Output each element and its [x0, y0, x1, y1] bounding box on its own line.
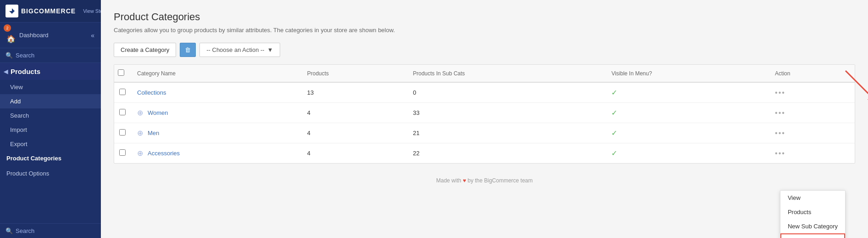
- row-checkbox[interactable]: [119, 149, 126, 156]
- sidebar-header: BIGCOMMERCE View Store ↗: [0, 0, 101, 23]
- action-dots-button[interactable]: •••: [775, 109, 785, 117]
- sidebar-item-search[interactable]: Search: [0, 108, 101, 123]
- categories-table: Category Name Products Products In Sub C…: [114, 65, 855, 163]
- action-dots-button[interactable]: •••: [775, 149, 785, 157]
- svg-marker-1: [9, 8, 12, 11]
- check-icon: ✓: [611, 129, 617, 137]
- products-section-header[interactable]: ◀ Products: [0, 63, 101, 80]
- products-items: View Add Search Import Export Product Ca…: [0, 80, 101, 181]
- table-row: ⊕ Accessories 4 22 ✓ •••: [114, 143, 855, 164]
- footer-text-before: Made with: [436, 177, 463, 184]
- trash-icon: 🗑: [185, 46, 191, 53]
- action-dots-button[interactable]: •••: [775, 89, 785, 96]
- logo-icon: [6, 5, 18, 17]
- products-count-cell: 4: [301, 103, 407, 123]
- sidebar-dashboard[interactable]: 2 🏠 Dashboard «: [0, 23, 101, 48]
- header-action: Action: [768, 65, 855, 82]
- visible-cell: ✓: [605, 123, 768, 143]
- category-link[interactable]: Men: [148, 130, 159, 136]
- sidebar-item-product-categories[interactable]: Product Categories: [0, 151, 101, 165]
- header-checkbox-col: [114, 65, 131, 82]
- search-label-bottom: Search: [16, 227, 34, 234]
- row-checkbox-cell: [114, 103, 131, 123]
- row-checkbox[interactable]: [119, 89, 126, 95]
- header-products-in-sub-cats: Products In Sub Cats: [406, 65, 605, 82]
- footer-text-after: by the BigCommerce team: [468, 177, 533, 184]
- action-cell: •••: [768, 143, 855, 164]
- action-dots-button[interactable]: •••: [775, 129, 785, 137]
- sidebar-search-bottom[interactable]: 🔍 Search: [0, 223, 101, 238]
- cat-name-inner: ⊕ Men: [137, 129, 294, 137]
- logo-text: BIGCOMMERCE: [21, 7, 76, 15]
- header-category-name: Category Name: [131, 65, 301, 82]
- check-icon: ✓: [611, 109, 617, 117]
- category-name-cell: Collections: [131, 82, 301, 103]
- table-row: ⊕ Women 4 33 ✓ ••• View Product: [114, 103, 855, 123]
- row-checkbox[interactable]: [119, 109, 126, 115]
- sidebar: BIGCOMMERCE View Store ↗ 2 🏠 Dashboard «…: [0, 0, 101, 238]
- dropdown-item-products[interactable]: Products: [780, 205, 845, 219]
- search-icon-bottom: 🔍: [6, 227, 13, 234]
- action-cell: •••: [768, 82, 855, 103]
- check-icon: ✓: [611, 89, 617, 96]
- delete-button[interactable]: 🗑: [180, 43, 196, 57]
- products-chevron-icon: ◀: [4, 68, 8, 75]
- products-section: ◀ Products View Add Search Import Export…: [0, 63, 101, 181]
- notification-badge: 2: [4, 24, 11, 32]
- select-all-checkbox[interactable]: [118, 69, 124, 76]
- page-title: Product Categories: [114, 11, 855, 23]
- sub-cats-count-cell: 21: [406, 123, 605, 143]
- header-products: Products: [301, 65, 407, 82]
- footer-bar: Made with ♥ by the BigCommerce team: [114, 173, 855, 188]
- expand-icon[interactable]: ⊕: [137, 108, 143, 117]
- products-section-label: Products: [11, 68, 40, 75]
- main-content: Product Categories Categories allow you …: [101, 0, 868, 238]
- search-label-top: Search: [16, 52, 34, 59]
- sub-cats-count-cell: 0: [406, 82, 605, 103]
- row-checkbox-cell: [114, 82, 131, 103]
- table-row: ⊕ Men 4 21 ✓ •••: [114, 123, 855, 143]
- cat-name-inner: ⊕ Women: [137, 108, 294, 117]
- category-name-cell: ⊕ Men: [131, 123, 301, 143]
- row-checkbox-cell: [114, 123, 131, 143]
- sidebar-logo: BIGCOMMERCE: [6, 5, 76, 17]
- expand-icon[interactable]: ⊕: [137, 129, 143, 137]
- dashboard-label: Dashboard: [19, 32, 49, 39]
- sidebar-item-view[interactable]: View: [0, 80, 101, 94]
- content-area: Product Categories Categories allow you …: [101, 0, 868, 238]
- dashboard-icon-wrapper: 2 🏠: [6, 27, 16, 43]
- sub-cats-count-cell: 33: [406, 103, 605, 123]
- category-link[interactable]: Accessories: [148, 150, 180, 157]
- expand-icon[interactable]: ⊕: [137, 149, 143, 158]
- category-link[interactable]: Women: [148, 109, 168, 116]
- cat-name-inner: ⊕ Accessories: [137, 149, 294, 158]
- search-icon-top: 🔍: [6, 52, 13, 59]
- dropdown-arrow-icon: ▼: [267, 46, 273, 53]
- products-count-cell: 4: [301, 143, 407, 164]
- category-name-cell: ⊕ Accessories: [131, 143, 301, 164]
- row-checkbox-cell: [114, 143, 131, 164]
- search-inner-top[interactable]: 🔍 Search: [6, 52, 95, 59]
- action-cell: ••• View Products New Sub Category Edit: [768, 103, 855, 123]
- cat-name-inner: Collections: [137, 89, 294, 96]
- action-dropdown-button[interactable]: -- Choose an Action -- ▼: [199, 43, 280, 57]
- visible-cell: ✓: [605, 82, 768, 103]
- sidebar-item-product-options[interactable]: Product Options: [0, 165, 101, 181]
- search-inner-bottom[interactable]: 🔍 Search: [6, 227, 95, 234]
- sidebar-item-add[interactable]: Add: [0, 94, 101, 108]
- category-link[interactable]: Collections: [137, 89, 166, 96]
- sidebar-item-import[interactable]: Import: [0, 123, 101, 137]
- dropdown-item-view[interactable]: View: [780, 191, 845, 205]
- dropdown-item-edit[interactable]: Edit: [780, 233, 845, 238]
- dropdown-item-new-sub-category[interactable]: New Sub Category: [780, 219, 845, 233]
- sidebar-search-top[interactable]: 🔍 Search: [0, 48, 101, 63]
- row-checkbox[interactable]: [119, 129, 126, 136]
- sidebar-item-export[interactable]: Export: [0, 137, 101, 151]
- table-row: Collections 13 0 ✓ •••: [114, 82, 855, 103]
- heart-icon: ♥: [463, 177, 466, 184]
- action-dropdown-label: -- Choose an Action --: [206, 46, 264, 53]
- action-cell: •••: [768, 123, 855, 143]
- create-category-button[interactable]: Create a Category: [114, 43, 176, 57]
- page-subtitle: Categories allow you to group products b…: [114, 27, 855, 34]
- collapse-icon[interactable]: «: [91, 32, 94, 39]
